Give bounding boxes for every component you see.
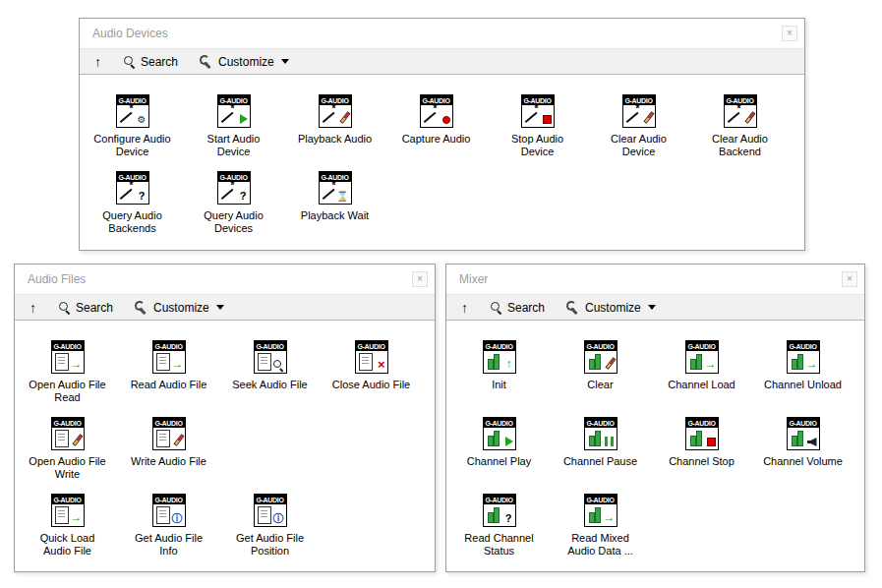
palette-item-start-audio-device[interactable]: G-AUDIOStart Audio Device [183, 94, 284, 158]
palette-item-read-mixed-audio-data[interactable]: G-AUDIO→Read Mixed Audio Data ... [550, 494, 651, 558]
channel-unload-icon: G-AUDIO→ [787, 340, 820, 374]
palette-item-init[interactable]: G-AUDIO↑Init [448, 340, 550, 391]
palette-item-capture-audio[interactable]: G-AUDIOCapture Audio [385, 94, 487, 146]
palette-item-channel-load[interactable]: G-AUDIO→Channel Load [651, 340, 752, 391]
palette-item-channel-stop[interactable]: G-AUDIOChannel Stop [651, 417, 752, 468]
up-button[interactable]: ↑ [29, 301, 36, 315]
wrench-icon [566, 301, 580, 315]
customize-button[interactable]: Customize [200, 55, 289, 69]
palette-item-read-channel-status[interactable]: G-AUDIO?Read Channel Status [448, 494, 550, 558]
mixer-window: Mixer × ↑ Search Customize G-AUDIO↑InitG… [445, 264, 865, 572]
palette-row: G-AUDIO↑InitG-AUDIOClearG-AUDIO→Channel … [448, 340, 864, 417]
pencil-accent-icon [339, 111, 350, 124]
palette-item-clear-audio-device[interactable]: G-AUDIOClear Audio Device [588, 94, 689, 158]
bars-glyph: → [788, 351, 819, 373]
item-label: Clear [587, 379, 613, 391]
query-audio-backends-icon: G-AUDIO? [116, 171, 149, 205]
search-button[interactable]: Search [123, 55, 178, 69]
palette-item-open-audio-file-read[interactable]: G-AUDIO→Open Audio File Read [17, 340, 118, 404]
palette-item-channel-unload[interactable]: G-AUDIO→Channel Unload [752, 340, 853, 391]
item-label: Configure Audio Device [91, 133, 174, 158]
icon-banner: G-AUDIO [585, 495, 617, 504]
file-glyph: → [52, 504, 84, 526]
stop-audio-device-icon: G-AUDIO [521, 94, 555, 128]
search-button[interactable]: Search [58, 301, 113, 315]
palette-item-query-audio-devices[interactable]: G-AUDIO?Query Audio Devices [183, 171, 284, 235]
toolbar: ↑ Search Customize [15, 294, 435, 321]
bars-glyph: ? [484, 504, 515, 526]
wand-glyph: ⌛ [320, 182, 351, 204]
item-label: Query Audio Devices [193, 209, 275, 235]
bars-glyph: ↑ [484, 351, 515, 373]
icon-banner: G-AUDIO [255, 495, 286, 504]
pencil-accent-icon [72, 434, 83, 446]
read-channel-status-icon: G-AUDIO? [483, 494, 516, 527]
palette-item-query-audio-backends[interactable]: G-AUDIO?Query Audio Backends [82, 171, 183, 235]
search-button[interactable]: Search [490, 301, 545, 315]
palette-row: G-AUDIOChannel PlayG-AUDIOChannel PauseG… [448, 417, 864, 494]
close-button[interactable]: × [842, 271, 857, 287]
window-title: Audio Devices [92, 27, 782, 40]
channel-stop-icon: G-AUDIO [685, 417, 719, 450]
write-audio-file-icon: G-AUDIO [152, 417, 186, 450]
palette-item-channel-volume[interactable]: G-AUDIOChannel Volume [752, 417, 853, 468]
pencil-accent-icon [605, 357, 616, 370]
palette-item-write-audio-file[interactable]: G-AUDIOWrite Audio File [118, 417, 219, 468]
palette-item-configure-audio-device[interactable]: G-AUDIO⚙Configure Audio Device [82, 94, 183, 158]
palette-item-seek-audio-file[interactable]: G-AUDIOSeek Audio File [219, 340, 321, 391]
up-arrow-icon: ↑ [29, 301, 36, 315]
item-label: Get Audio File Position [229, 532, 312, 558]
magnify-accent-icon [273, 360, 285, 372]
palette-item-get-audio-file-position[interactable]: G-AUDIOⓘGet Audio File Position [219, 494, 321, 558]
palette-body: G-AUDIO→Open Audio File ReadG-AUDIO→Read… [15, 321, 435, 570]
palette-item-read-audio-file[interactable]: G-AUDIO→Read Audio File [118, 340, 219, 391]
palette-item-playback-audio[interactable]: G-AUDIOPlayback Audio [284, 94, 385, 146]
file-glyph: × [356, 351, 387, 373]
palette-item-clear-audio-backend[interactable]: G-AUDIOClear Audio Backend [689, 94, 791, 158]
item-label: Capture Audio [402, 133, 471, 146]
wrench-icon [135, 301, 148, 315]
palette-item-open-audio-file-write[interactable]: G-AUDIOOpen Audio File Write [17, 417, 118, 481]
wand-glyph [725, 105, 756, 127]
customize-button[interactable]: Customize [566, 301, 656, 315]
search-icon [123, 55, 136, 68]
palette-item-get-audio-file-info[interactable]: G-AUDIOⓘGet Audio File Info [118, 494, 219, 558]
wand-glyph [320, 105, 351, 127]
wand-glyph: ? [218, 182, 250, 204]
palette-item-stop-audio-device[interactable]: G-AUDIOStop Audio Device [487, 94, 588, 158]
seek-audio-file-icon: G-AUDIO [254, 340, 287, 374]
up-arrow-icon: ↑ [461, 301, 468, 315]
icon-banner: G-AUDIO [788, 341, 819, 351]
palette-item-channel-pause[interactable]: G-AUDIOChannel Pause [550, 417, 651, 468]
palette-item-close-audio-file[interactable]: G-AUDIO×Close Audio File [321, 340, 422, 391]
item-label: Get Audio File Info [128, 532, 210, 558]
palette-item-clear[interactable]: G-AUDIOClear [550, 340, 651, 391]
desktop: { "icon_banner": "G-AUDIO", "glyphs": { … [0, 0, 882, 588]
item-label: Channel Pause [563, 455, 637, 468]
arrow-right-accent-icon: → [172, 358, 184, 370]
channel-pause-icon: G-AUDIO [584, 417, 617, 450]
bars-glyph [484, 428, 515, 449]
wand-glyph [623, 105, 655, 127]
play-accent-icon [240, 114, 248, 124]
customize-label: Customize [218, 55, 274, 69]
wait-accent-icon: ⌛ [336, 192, 348, 202]
up-button[interactable]: ↑ [94, 55, 101, 69]
file-glyph: ⓘ [255, 504, 286, 526]
palette-body: G-AUDIO⚙Configure Audio DeviceG-AUDIOSta… [80, 75, 804, 248]
palette-item-channel-play[interactable]: G-AUDIOChannel Play [448, 417, 550, 468]
configure-audio-device-icon: G-AUDIO⚙ [116, 94, 149, 128]
palette-item-quick-load-audio-file[interactable]: G-AUDIO→Quick Load Audio File [17, 494, 118, 558]
palette-item-playback-wait[interactable]: G-AUDIO⌛Playback Wait [284, 171, 385, 222]
window-title: Mixer [459, 272, 842, 286]
palette-body: G-AUDIO↑InitG-AUDIOClearG-AUDIO→Channel … [446, 321, 864, 570]
icon-banner: G-AUDIO [686, 341, 718, 351]
icon-banner: G-AUDIO [585, 418, 617, 428]
clear-audio-backend-icon: G-AUDIO [724, 94, 757, 128]
customize-button[interactable]: Customize [135, 301, 224, 315]
stop-accent-icon [543, 115, 552, 124]
close-button[interactable]: × [412, 271, 428, 287]
wand-glyph [421, 105, 452, 127]
up-button[interactable]: ↑ [461, 301, 468, 315]
close-button[interactable]: × [782, 26, 797, 41]
